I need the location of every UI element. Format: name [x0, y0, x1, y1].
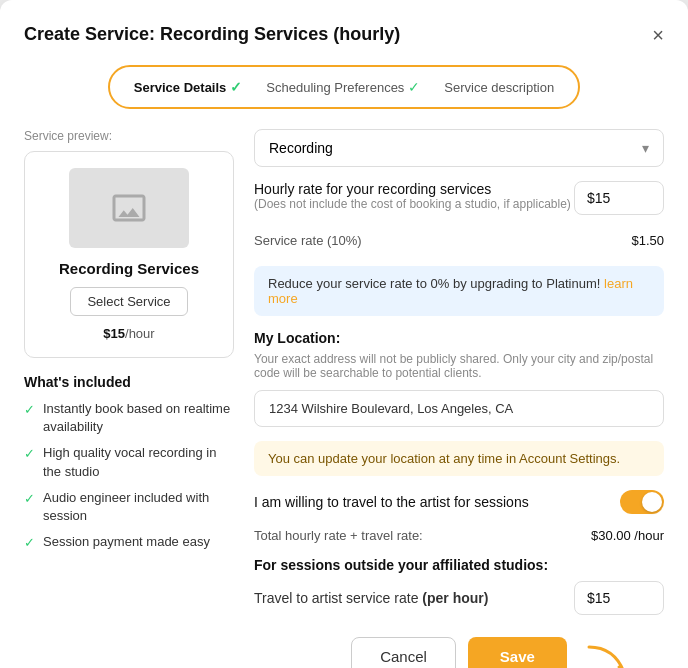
- rate-title: Hourly rate for your recording services: [254, 181, 574, 197]
- location-subtitle: Your exact address will not be publicly …: [254, 352, 664, 380]
- tab-scheduling-preferences-label: Scheduling Preferences: [266, 80, 404, 95]
- tab-scheduling-check: ✓: [408, 79, 420, 95]
- sessions-rate-input[interactable]: [574, 581, 664, 615]
- preview-service-name: Recording Services: [59, 260, 199, 277]
- included-list: ✓ Instantly book based on realtime avail…: [24, 400, 234, 552]
- sessions-rate-label: Travel to artist service rate (per hour): [254, 590, 488, 606]
- sessions-section: For sessions outside your affiliated stu…: [254, 557, 664, 615]
- tab-service-description[interactable]: Service description: [436, 75, 562, 99]
- left-panel: Service preview: Recording Services Sele…: [24, 129, 234, 668]
- preview-card: Recording Services Select Service $15/ho…: [24, 151, 234, 358]
- travel-rate-label: Total hourly rate + travel rate:: [254, 528, 423, 543]
- rate-label: Hourly rate for your recording services …: [254, 181, 574, 211]
- cancel-button[interactable]: Cancel: [351, 637, 456, 668]
- service-rate-value: $1.50: [631, 233, 664, 248]
- location-title: My Location:: [254, 330, 664, 346]
- service-rate-row: Service rate (10%) $1.50: [254, 229, 664, 252]
- tab-service-details-label: Service Details: [134, 80, 227, 95]
- right-panel: Recording ▾ Hourly rate for your recordi…: [254, 129, 664, 668]
- list-item: ✓ Instantly book based on realtime avail…: [24, 400, 234, 436]
- travel-toggle-row: I am willing to travel to the artist for…: [254, 490, 664, 514]
- arrow-indicator: [584, 642, 634, 668]
- travel-toggle[interactable]: [620, 490, 664, 514]
- select-service-button[interactable]: Select Service: [70, 287, 187, 316]
- location-notice: You can update your location at any time…: [254, 441, 664, 476]
- modal-header: Create Service: Recording Services (hour…: [24, 24, 664, 45]
- close-button[interactable]: ×: [652, 25, 664, 45]
- sessions-label: For sessions outside your affiliated stu…: [254, 557, 664, 573]
- check-icon: ✓: [24, 401, 35, 436]
- location-input[interactable]: [254, 390, 664, 427]
- sessions-row: Travel to artist service rate (per hour): [254, 581, 664, 615]
- arrow-icon: [584, 642, 634, 668]
- travel-rate-row: Total hourly rate + travel rate: $30.00 …: [254, 528, 664, 543]
- upgrade-text: Reduce your service rate to 0% by upgrad…: [268, 276, 600, 291]
- whats-included-title: What's included: [24, 374, 234, 390]
- list-item: ✓ Audio engineer included with session: [24, 489, 234, 525]
- modal-title: Create Service: Recording Services (hour…: [24, 24, 400, 45]
- preview-price: $15/hour: [103, 326, 154, 341]
- footer-buttons: Cancel Save: [254, 637, 664, 668]
- tab-service-details-check: ✓: [230, 79, 242, 95]
- image-placeholder-icon: [111, 190, 147, 226]
- travel-toggle-label: I am willing to travel to the artist for…: [254, 494, 529, 510]
- check-icon: ✓: [24, 445, 35, 480]
- tab-service-description-label: Service description: [444, 80, 554, 95]
- service-rate-label: Service rate (10%): [254, 233, 362, 248]
- list-item: ✓ Session payment made easy: [24, 533, 234, 552]
- tab-scheduling-preferences[interactable]: Scheduling Preferences ✓: [258, 75, 428, 99]
- travel-rate-value: $30.00 /hour: [591, 528, 664, 543]
- location-section: My Location: Your exact address will not…: [254, 330, 664, 427]
- tabs-container: Service Details ✓ Scheduling Preferences…: [108, 65, 580, 109]
- list-item: ✓ High quality vocal recording in the st…: [24, 444, 234, 480]
- create-service-modal: Create Service: Recording Services (hour…: [0, 0, 688, 668]
- dropdown-value: Recording: [269, 140, 333, 156]
- save-button[interactable]: Save: [468, 637, 567, 668]
- check-icon: ✓: [24, 534, 35, 552]
- preview-image: [69, 168, 189, 248]
- rate-subtitle: (Does not include the cost of booking a …: [254, 197, 574, 211]
- upgrade-banner: Reduce your service rate to 0% by upgrad…: [254, 266, 664, 316]
- check-icon: ✓: [24, 490, 35, 525]
- hourly-rate-row: Hourly rate for your recording services …: [254, 181, 664, 215]
- service-preview-label: Service preview:: [24, 129, 234, 143]
- tabs-wrapper: Service Details ✓ Scheduling Preferences…: [24, 65, 664, 109]
- chevron-down-icon: ▾: [642, 140, 649, 156]
- content-area: Service preview: Recording Services Sele…: [24, 129, 664, 668]
- tab-service-details[interactable]: Service Details ✓: [126, 75, 251, 99]
- hourly-rate-input[interactable]: [574, 181, 664, 215]
- service-type-dropdown[interactable]: Recording ▾: [254, 129, 664, 167]
